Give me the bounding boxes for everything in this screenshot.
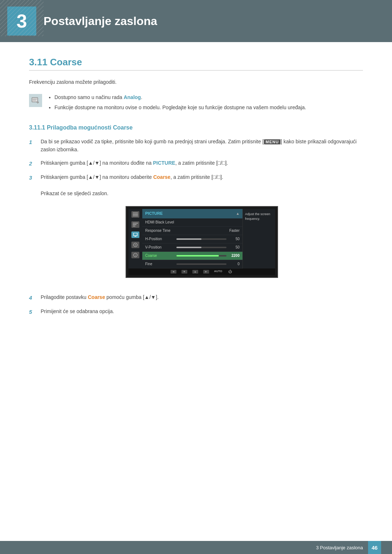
step-text-1: Da bi se prikazao vodič za tipke, pritis… [41,138,363,154]
svg-rect-9 [133,224,136,225]
svg-rect-6 [133,214,138,215]
note-item-2: Funkcije dostupne na monitoru ovise o mo… [54,103,306,112]
menu-key: MENU [264,139,281,144]
monitor-frame: i PICTURE ▲ [126,206,278,278]
osd-label-vpos: V-Position [145,245,174,250]
osd-label-response: Response Time [145,228,174,234]
step-num-4: 4 [29,294,36,302]
monitor-mockup: i PICTURE ▲ [41,206,363,278]
osd-btn-right: ► [203,270,209,274]
osd-bar-hpos [176,238,226,240]
osd-bar-fine [176,263,226,265]
page-footer: 3 Postavljanje zaslona 46 [0,541,392,554]
osd-row-vpos: V-Position 50 [142,243,242,252]
osd-menu: PICTURE ▲ HDMI Black Level [142,209,242,268]
step-num-2: 2 [29,159,36,168]
osd-row-coarse: Coarse 2200 [142,252,242,260]
osd-label-hpos: H-Position [145,236,174,242]
step-2: 2 Pritiskanjem gumba [▲/▼] na monitoru d… [29,159,363,168]
step-1: 1 Da bi se prikazao vodič za tipke, prit… [29,138,363,154]
note-icon [29,94,42,107]
picture-highlight: PICTURE [153,160,175,166]
steps-list: 1 Da bi se prikazao vodič za tipke, prit… [29,138,363,316]
osd-icon-5: i [131,252,139,258]
monitor-screen: i PICTURE ▲ [128,209,275,275]
osd-btn-up: ▲ [192,270,198,274]
subsection-title: 3.11.1 Prilagodba mogućnosti Coarse [29,124,363,131]
osd-display: i PICTURE ▲ [128,209,275,268]
section-title: 3.11 Coarse [29,57,363,71]
osd-value-hpos: 50 [229,236,240,242]
osd-bottom-bar: ◄ ▼ ▲ ► AUTO ⏻ [128,268,275,275]
osd-btn-power: ⏻ [227,270,233,274]
osd-label-hdmi: HDMI Black Level [145,219,174,225]
coarse-highlight-step4: Coarse [88,294,105,300]
osd-row-response: Response Time Faster [142,227,242,235]
osd-icon-1 [131,211,139,218]
svg-rect-7 [133,216,138,216]
header-title: Postavljanje zaslona [44,15,157,28]
coarse-highlight-step3: Coarse [153,174,170,180]
svg-rect-12 [135,236,136,237]
step-text-4: Prilagodite postavku Coarse pomoću gumba… [41,293,363,301]
page-number: 46 [368,541,381,554]
osd-side-note: Adjust the screen frequency. [242,209,275,268]
step-num-5: 5 [29,308,36,316]
svg-rect-5 [133,213,138,213]
osd-row-hpos: H-Position 50 [142,235,242,243]
osd-value-response: Faster [229,228,240,234]
osd-btn-auto: AUTO [214,270,222,274]
osd-icon-3 [131,231,139,238]
osd-menu-title: PICTURE [145,210,163,217]
osd-label-fine: Fine [145,261,174,267]
osd-bar-vpos [176,247,226,248]
osd-icons-column: i [128,209,142,268]
svg-rect-2 [32,98,38,102]
svg-rect-10 [133,226,135,226]
osd-bar-coarse [176,255,226,257]
step-num-1: 1 [29,138,36,147]
svg-point-14 [135,244,136,245]
svg-text:i: i [135,254,136,257]
osd-btn-down: ▼ [181,270,187,274]
osd-icon-2 [131,221,139,228]
svg-rect-11 [134,233,137,236]
osd-row-hdmi: HDMI Black Level [142,218,242,227]
osd-value-vpos: 50 [229,245,240,250]
step-3: 3 Pritiskanjem gumba [▲/▼] na monitoru o… [29,173,363,288]
chapter-number: 3 [7,7,36,36]
osd-arrow-up: ▲ [236,211,240,217]
step-text-5: Primijenit će se odabrana opcija. [41,307,363,315]
main-content: 3.11 Coarse Frekvenciju zaslona možete p… [0,57,392,353]
note-box: Dostupno samo u načinu rada Analog. Funk… [29,93,363,114]
step-num-3: 3 [29,173,36,182]
note-list: Dostupno samo u načinu rada Analog. Funk… [47,93,306,114]
osd-value-coarse: 2200 [229,253,240,259]
osd-label-coarse: Coarse [145,253,174,259]
analog-highlight: Analog [124,94,141,100]
page-header: 3 Postavljanje zaslona [0,0,392,42]
osd-row-fine: Fine 0 [142,260,242,268]
note-item-1: Dostupno samo u načinu rada Analog. [54,93,306,102]
osd-menu-header: PICTURE ▲ [142,209,242,218]
osd-btn-left: ◄ [171,270,176,274]
osd-icon-4 [131,242,139,248]
svg-rect-8 [133,223,138,223]
intro-text: Frekvenciju zaslona možete prilagoditi. [29,78,363,86]
step-4: 4 Prilagodite postavku Coarse pomoću gum… [29,293,363,302]
osd-value-fine: 0 [229,261,240,267]
footer-text: 3 Postavljanje zaslona [316,545,363,550]
step-text-3: Pritiskanjem gumba [▲/▼] na monitoru oda… [41,173,363,288]
step-text-2: Pritiskanjem gumba [▲/▼] na monitoru dođ… [41,159,363,167]
step-5: 5 Primijenit će se odabrana opcija. [29,307,363,316]
